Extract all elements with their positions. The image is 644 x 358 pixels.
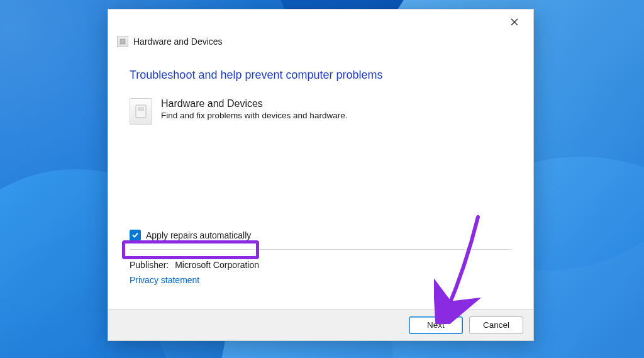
svg-rect-0 xyxy=(120,39,125,44)
header-row: Hardware and Devices xyxy=(108,35,533,53)
publisher-label: Publisher: xyxy=(130,260,169,270)
category-block: Hardware and Devices Find and fix proble… xyxy=(130,98,512,125)
close-button[interactable] xyxy=(501,13,528,31)
next-button[interactable]: Next xyxy=(409,316,463,334)
apply-repairs-label[interactable]: Apply repairs automatically xyxy=(146,230,251,240)
apply-repairs-checkbox[interactable] xyxy=(130,230,141,241)
category-text: Hardware and Devices Find and fix proble… xyxy=(161,98,347,120)
category-title: Hardware and Devices xyxy=(161,98,347,109)
hardware-devices-icon xyxy=(130,98,152,125)
dialog-content: Troubleshoot and help prevent computer p… xyxy=(108,53,533,309)
publisher-value: Microsoft Corporation xyxy=(175,260,259,270)
publisher-row: Publisher: Microsoft Corporation xyxy=(130,260,259,270)
title-bar xyxy=(108,9,533,35)
tool-icon xyxy=(119,38,126,45)
troubleshooter-dialog: Hardware and Devices Troubleshoot and he… xyxy=(108,9,534,341)
close-icon xyxy=(511,18,518,26)
troubleshooter-icon xyxy=(117,36,128,47)
privacy-statement-link[interactable]: Privacy statement xyxy=(130,275,199,285)
main-heading: Troubleshoot and help prevent computer p… xyxy=(130,69,512,82)
button-bar: Next Cancel xyxy=(108,309,533,340)
cancel-button[interactable]: Cancel xyxy=(469,316,523,334)
apply-repairs-row[interactable]: Apply repairs automatically xyxy=(130,230,251,241)
dialog-title: Hardware and Devices xyxy=(133,36,223,47)
svg-rect-2 xyxy=(138,107,144,111)
checkmark-icon xyxy=(131,232,139,239)
category-description: Find and fix problems with devices and h… xyxy=(161,111,347,120)
divider xyxy=(130,249,512,250)
device-icon xyxy=(135,104,147,119)
